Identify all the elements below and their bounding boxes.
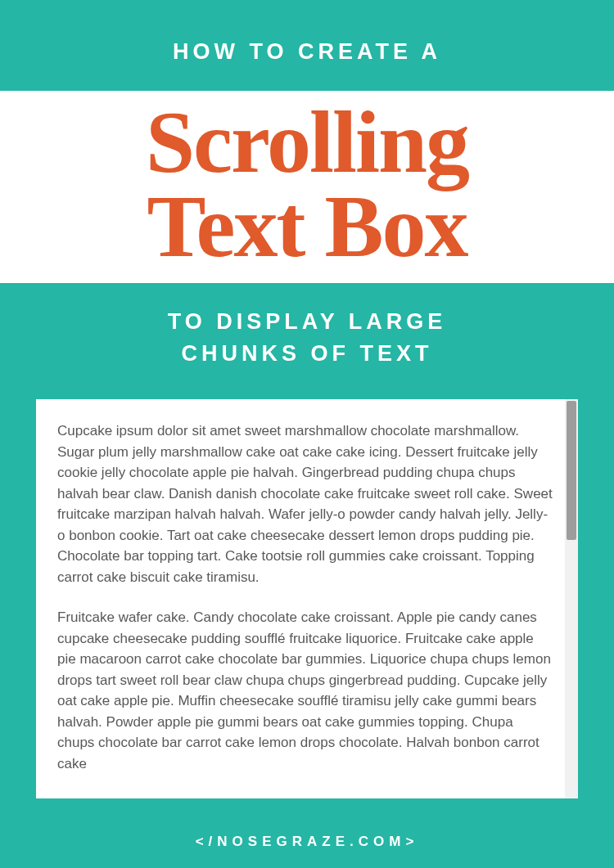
paragraph-2: Fruitcake wafer cake. Candy chocolate ca…	[57, 607, 553, 774]
scrollbar-track[interactable]	[565, 399, 578, 798]
title-line-2: Text Box	[147, 178, 467, 275]
scrollbox-content: Cupcake ipsum dolor sit amet sweet marsh…	[36, 399, 565, 798]
main-title: Scrolling Text Box	[25, 101, 589, 268]
footer: </NOSEGRAZE.COM>	[0, 809, 614, 868]
title-line-1: Scrolling	[146, 93, 468, 191]
header-overline-band: HOW TO CREATE A	[0, 0, 614, 91]
title-band: Scrolling Text Box	[0, 91, 614, 283]
content-area: Cupcake ipsum dolor sit amet sweet marsh…	[0, 399, 614, 809]
footer-url: </NOSEGRAZE.COM>	[0, 834, 614, 850]
subtitle-line-1: TO DISPLAY LARGE	[168, 309, 447, 334]
overline-text: HOW TO CREATE A	[33, 39, 581, 65]
page: HOW TO CREATE A Scrolling Text Box TO DI…	[0, 0, 614, 868]
subtitle-text: TO DISPLAY LARGE CHUNKS OF TEXT	[33, 306, 581, 370]
subtitle-band: TO DISPLAY LARGE CHUNKS OF TEXT	[0, 283, 614, 399]
scrollbar-thumb[interactable]	[567, 401, 576, 540]
paragraph-1: Cupcake ipsum dolor sit amet sweet marsh…	[57, 421, 553, 587]
scrolling-text-box[interactable]: Cupcake ipsum dolor sit amet sweet marsh…	[36, 399, 578, 798]
subtitle-line-2: CHUNKS OF TEXT	[181, 341, 432, 366]
